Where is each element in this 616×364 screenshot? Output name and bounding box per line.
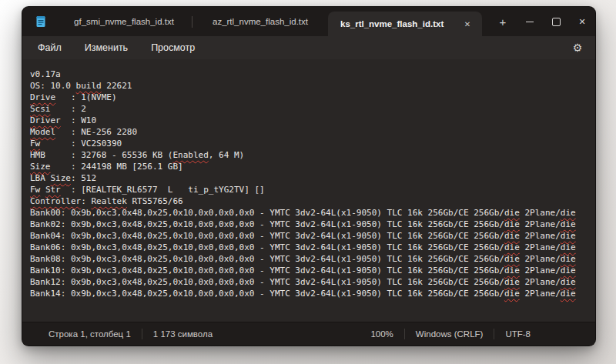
text-segment: RTS5765/66 bbox=[127, 196, 183, 206]
text-segment: 2Plane/ bbox=[520, 265, 561, 276]
text-segment: : NE-256 2280 bbox=[55, 127, 137, 137]
misspelled-word: die bbox=[561, 208, 576, 218]
misspelled-word: Realtek bbox=[91, 196, 126, 206]
maximize-button[interactable] bbox=[543, 7, 569, 36]
editor-line: LBA Size: 512 bbox=[30, 172, 592, 184]
misspelled-word: die bbox=[561, 265, 576, 276]
text-segment: Bank00: 0x9b,0xc3,0x48,0x25,0x10,0x0,0x0… bbox=[30, 208, 504, 218]
misspelled-word: die bbox=[504, 289, 520, 299]
text-segment: : W10 bbox=[61, 115, 96, 125]
text-segment: LBA bbox=[30, 173, 51, 183]
editor-line: Bank10: 0x9b,0xc3,0x48,0x25,0x10,0x0,0x0… bbox=[30, 265, 592, 276]
text-segment: v0.17a bbox=[30, 69, 61, 79]
editor-line: Bank14: 0x9b,0xc3,0x48,0x25,0x10,0x0,0x0… bbox=[30, 288, 592, 299]
text-segment: 2Plane/ bbox=[520, 277, 561, 287]
menu-items: ФайлИзменитьПросмотр bbox=[28, 39, 204, 56]
editor-line: Bank08: 0x9b,0xc3,0x48,0x25,0x10,0x0,0x0… bbox=[30, 253, 592, 265]
text-segment: OS: 10.0 bbox=[30, 81, 76, 91]
settings-gear-icon[interactable]: ⚙ bbox=[567, 38, 588, 58]
misspelled-word: Size bbox=[51, 173, 72, 183]
text-segment: Bank02: 0x9b,0xc3,0x48,0x25,0x10,0x0,0x0… bbox=[30, 219, 504, 229]
misspelled-word: Fw bbox=[30, 139, 40, 149]
text-segment: 2Plane/ bbox=[520, 231, 561, 241]
tab-label: gf_smi_nvme_flash_id.txt bbox=[74, 17, 174, 26]
editor-line: Bank06: 0x9b,0xc3,0x48,0x25,0x10,0x0,0x0… bbox=[30, 242, 592, 253]
misspelled-word: Drive bbox=[30, 92, 55, 102]
text-segment: 2Plane/ bbox=[520, 254, 561, 264]
line-ending: Windows (CRLF) bbox=[405, 329, 494, 339]
menu-file[interactable]: Файл bbox=[28, 39, 71, 56]
editor-line: HMB : 32768 - 65536 KB (Enabled, 64 M) bbox=[30, 149, 592, 161]
text-segment: Bank14: 0x9b,0xc3,0x48,0x25,0x10,0x0,0x0… bbox=[30, 289, 504, 299]
misspelled-word: Enabled bbox=[172, 150, 208, 160]
text-segment: : [REALTEK_RL6577 L ti_p_tYG2TV] [] bbox=[61, 185, 265, 195]
editor-line: v0.17a bbox=[30, 68, 592, 80]
tab-label: ks_rtl_nvme_flash_id.txt bbox=[340, 19, 444, 28]
misspelled-word: die bbox=[561, 277, 576, 287]
misspelled-word: die bbox=[504, 231, 520, 241]
text-segment: : VC2S0390 bbox=[40, 139, 122, 149]
misspelled-word: die bbox=[561, 231, 576, 241]
text-segment: Bank08: 0x9b,0xc3,0x48,0x25,0x10,0x0,0x0… bbox=[30, 254, 504, 264]
misspelled-word: Driver bbox=[30, 115, 61, 125]
text-segment: : 1(NVME) bbox=[55, 92, 116, 102]
tab-gf-smi-nvme-flash-id[interactable]: gf_smi_nvme_flash_id.txt bbox=[56, 7, 192, 36]
notepad-window: gf_smi_nvme_flash_id.txtaz_rtl_nvme_flas… bbox=[22, 6, 596, 346]
misspelled-word: die bbox=[561, 289, 576, 299]
app-icon-area bbox=[22, 7, 56, 36]
tab-ks-rtl-nvme-flash-id[interactable]: ks_rtl_nvme_flash_id.txt✕ bbox=[328, 12, 482, 36]
text-editor[interactable]: v0.17aOS: 10.0 build 22621Drive : 1(NVME… bbox=[22, 59, 595, 322]
new-tab-button[interactable]: + bbox=[493, 12, 513, 32]
tab-label: az_rtl_nvme_flash_id.txt bbox=[213, 17, 308, 26]
misspelled-word: Model bbox=[30, 127, 55, 137]
misspelled-word: die bbox=[504, 265, 520, 276]
text-segment: : 2 bbox=[51, 104, 86, 114]
close-tab-button[interactable]: ✕ bbox=[459, 15, 476, 32]
maximize-icon bbox=[552, 18, 561, 26]
misspelled-word: die bbox=[561, 254, 576, 264]
character-count: 1 173 символа bbox=[142, 329, 223, 339]
editor-line: Fw : VC2S0390 bbox=[30, 138, 592, 149]
tab-az-rtl-nvme-flash-id[interactable]: az_rtl_nvme_flash_id.txt bbox=[192, 7, 328, 36]
misspelled-word: die bbox=[504, 219, 520, 229]
editor-line: Bank04: 0x9b,0xc3,0x48,0x25,0x10,0x0,0x0… bbox=[30, 230, 592, 242]
minimize-button[interactable] bbox=[517, 7, 543, 36]
text-segment: 22621 bbox=[102, 81, 132, 91]
status-right-group: 100%Windows (CRLF)UTF-8 bbox=[360, 329, 541, 339]
editor-line: Drive : 1(NVME) bbox=[30, 92, 592, 103]
misspelled-word: die bbox=[504, 208, 520, 218]
menu-edit[interactable]: Изменить bbox=[75, 39, 137, 56]
minimize-icon bbox=[526, 22, 534, 22]
editor-line: Controller: Realtek RTS5765/66 bbox=[30, 195, 592, 207]
menu-view[interactable]: Просмотр bbox=[142, 39, 204, 56]
editor-line: Bank00: 0x9b,0xc3,0x48,0x25,0x10,0x0,0x0… bbox=[30, 207, 592, 219]
encoding: UTF-8 bbox=[494, 329, 541, 339]
editor-line: Model : NE-256 2280 bbox=[30, 126, 592, 138]
status-left-group: Строка 1, столбец 11 173 символа bbox=[22, 329, 223, 339]
misspelled-word: Size bbox=[30, 162, 51, 172]
text-segment: : bbox=[81, 196, 91, 206]
text-segment: : 244198 MB [256.1 GB] bbox=[51, 162, 183, 172]
text-segment: 2Plane/ bbox=[520, 242, 561, 252]
editor-line: Fw Str : [REALTEK_RL6577 L ti_p_tYG2TV] … bbox=[30, 184, 592, 195]
text-segment: Bank10: 0x9b,0xc3,0x48,0x25,0x10,0x0,0x0… bbox=[30, 265, 504, 276]
notepad-icon bbox=[35, 15, 47, 28]
misspelled-word: Fw bbox=[30, 185, 40, 195]
misspelled-word: die bbox=[504, 242, 520, 252]
text-segment: Bank06: 0x9b,0xc3,0x48,0x25,0x10,0x0,0x0… bbox=[30, 242, 504, 252]
misspelled-word: Str bbox=[45, 185, 61, 195]
editor-line: Size : 244198 MB [256.1 GB] bbox=[30, 161, 592, 172]
text-segment bbox=[40, 185, 45, 195]
text-segment: 2Plane/ bbox=[520, 289, 561, 299]
editor-line: Bank02: 0x9b,0xc3,0x48,0x25,0x10,0x0,0x0… bbox=[30, 219, 592, 230]
misspelled-word: die bbox=[561, 242, 576, 252]
close-window-button[interactable]: ✕ bbox=[569, 7, 595, 36]
text-segment: Bank12: 0x9b,0xc3,0x48,0x25,0x10,0x0,0x0… bbox=[30, 277, 504, 287]
close-icon: ✕ bbox=[578, 17, 585, 27]
text-segment: 2Plane/ bbox=[520, 219, 561, 229]
editor-line: Scsi : 2 bbox=[30, 103, 592, 115]
title-bar: gf_smi_nvme_flash_id.txtaz_rtl_nvme_flas… bbox=[22, 7, 595, 36]
text-segment: , 64 M) bbox=[209, 150, 244, 160]
cursor-position: Строка 1, столбец 1 bbox=[38, 329, 142, 339]
menu-bar: ФайлИзменитьПросмотр ⚙ bbox=[22, 36, 595, 59]
